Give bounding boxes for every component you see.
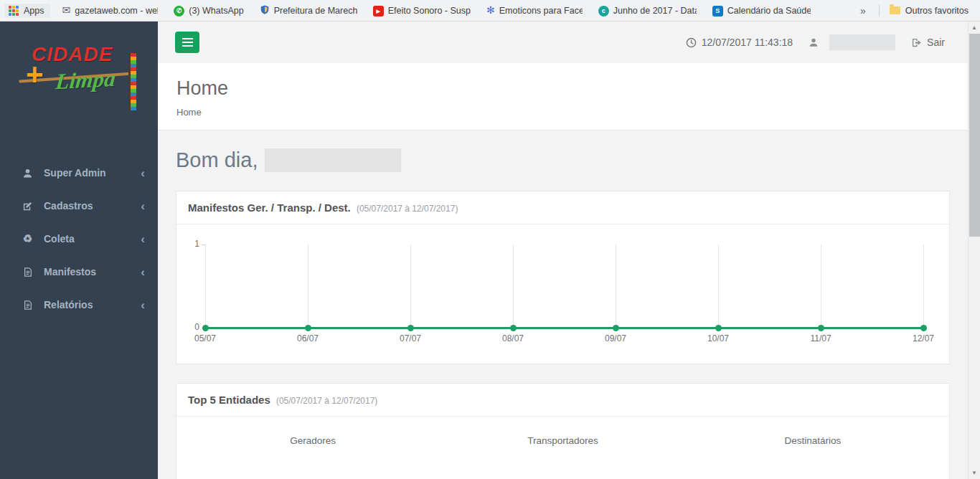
bookmark-label: Emoticons para Faceb — [499, 6, 583, 16]
chevron-left-icon: ‹ — [141, 200, 145, 212]
page-scrollbar[interactable]: ▲ ▼ — [968, 22, 980, 479]
bookmark-list: ✉gazetaweb.com - web✆(3) WhatsAppPrefeit… — [57, 2, 821, 19]
whatsapp-icon: ✆ — [174, 5, 184, 16]
logo-word-limpa: Limpa — [55, 66, 116, 95]
greeting-text: Bom dia, — [176, 148, 258, 171]
scroll-up-arrow[interactable]: ▲ — [969, 22, 980, 34]
sidebar: CIDADE + Limpa Super Admin‹Cadastros‹♻Co… — [0, 22, 158, 479]
other-favorites-button[interactable]: Outros favoritos — [885, 4, 976, 18]
chart-line-segment — [616, 327, 718, 329]
bookmark-label: Calendário da Saúde — [727, 6, 811, 16]
sign-out-icon — [911, 37, 922, 48]
chevron-left-icon: ‹ — [141, 266, 145, 278]
sidebar-item-manifestos[interactable]: Manifestos‹ — [0, 255, 158, 288]
x-axis-tick-label: 05/07 — [182, 333, 228, 343]
clock-icon — [686, 37, 697, 48]
bookmark-calendario-da-saude[interactable]: SCalendário da Saúde — [707, 3, 816, 19]
breadcrumb[interactable]: Home — [176, 107, 949, 118]
sidebar-menu: Super Admin‹Cadastros‹♻Coleta‹Manifestos… — [0, 156, 158, 321]
chart-data-point[interactable] — [818, 325, 824, 331]
x-axis-tick-label: 08/07 — [490, 333, 536, 343]
bookmark-3-whatsapp[interactable]: ✆(3) WhatsApp — [169, 3, 248, 19]
gridline — [308, 245, 308, 328]
top5-panel: Top 5 Entidades (05/07/2017 à 12/07/2017… — [176, 383, 950, 479]
chart-data-point[interactable] — [715, 325, 722, 331]
x-axis-tick-label: 10/07 — [695, 333, 741, 343]
gridline — [205, 245, 206, 328]
manifests-panel-subtitle: (05/07/2017 à 12/07/2017) — [357, 204, 458, 214]
header-datetime: 12/07/2017 11:43:18 — [702, 37, 793, 48]
logo-word-cidade: CIDADE — [32, 43, 113, 66]
sidebar-item-label: Super Admin — [44, 167, 106, 179]
manifests-panel: Manifestos Ger. / Transp. / Dest. (05/07… — [176, 191, 950, 364]
chart-data-point[interactable] — [510, 325, 517, 331]
youtube-icon: ▶ — [373, 5, 384, 16]
manifests-panel-header: Manifestos Ger. / Transp. / Dest. (05/07… — [176, 191, 949, 224]
gridline — [923, 245, 924, 328]
chart-data-point[interactable] — [920, 325, 927, 331]
gridline — [410, 245, 411, 328]
manifests-panel-title: Manifestos Ger. / Transp. / Dest. — [188, 201, 351, 214]
header-right: 12/07/2017 11:43:18 Sair — [686, 34, 945, 50]
bookmark-gazetaweb-com-web[interactable]: ✉gazetaweb.com - web — [57, 3, 164, 18]
chevron-left-icon: ‹ — [141, 233, 145, 245]
other-favorites-label: Outros favoritos — [905, 6, 969, 16]
bookmark-label: Efeito Sonoro - Susp — [388, 6, 471, 16]
bookmark-prefeitura-de-marech[interactable]: Prefeitura de Marech — [255, 2, 362, 19]
top5-panel-title: Top 5 Entidades — [188, 394, 270, 406]
logout-link[interactable]: Sair — [927, 37, 945, 48]
y-axis-tick-label: 1 — [188, 239, 199, 249]
file-icon — [22, 300, 34, 310]
chart-line-segment — [205, 327, 308, 329]
bookmark-efeito-sonoro-susp[interactable]: ▶Efeito Sonoro - Susp — [368, 3, 476, 19]
sidebar-toggle-button[interactable] — [175, 32, 199, 53]
scrollbar-thumb[interactable] — [969, 34, 980, 237]
bookmarks-divider — [879, 4, 880, 16]
envelope-icon: ✉ — [62, 5, 71, 16]
gridline — [513, 245, 514, 328]
app-logo: CIDADE + Limpa — [0, 22, 158, 122]
sidebar-item-label: Cadastros — [44, 200, 93, 212]
bookmark-label: gazetaweb.com - web — [75, 6, 158, 16]
chart-data-point[interactable] — [202, 325, 209, 331]
top-header: 12/07/2017 11:43:18 Sair — [158, 22, 968, 63]
bookmark-label: Prefeitura de Marech — [274, 6, 357, 16]
bookmark-label: Junho de 2017 - Data — [613, 6, 697, 16]
sidebar-item-relatorios[interactable]: Relatórios‹ — [0, 288, 158, 321]
recycle-icon: ♻ — [22, 232, 34, 245]
chart-data-point[interactable] — [407, 325, 414, 331]
chart-line-segment — [821, 327, 923, 329]
greeting-username-redacted-box — [265, 148, 401, 172]
top5-column-geradores: Geradores — [188, 435, 438, 446]
apps-button[interactable]: Apps — [4, 4, 50, 18]
bookmark-emoticons-para-faceb[interactable]: ✻Emoticons para Faceb — [481, 3, 588, 18]
top5-column-destinatarios: Destinatários — [688, 435, 938, 446]
bookmark-junho-de-2017-data[interactable]: cJunho de 2017 - Data — [593, 3, 702, 19]
chart-line-segment — [308, 327, 410, 329]
folder-icon — [890, 6, 900, 14]
page-title: Home — [176, 77, 949, 100]
sidebar-item-super-admin[interactable]: Super Admin‹ — [0, 156, 158, 189]
top5-panel-body: GeradoresTransportadoresDestinatários — [176, 417, 949, 479]
page-heading: Home Home — [158, 63, 968, 131]
flower-icon: ✻ — [486, 5, 495, 16]
bookmarks-overflow-chevron[interactable]: » — [853, 5, 873, 16]
x-axis-tick-label: 09/07 — [593, 333, 639, 343]
scroll-down-arrow[interactable]: ▼ — [969, 467, 980, 479]
sidebar-item-label: Manifestos — [44, 266, 96, 278]
content-area: Bom dia, Manifestos Ger. / Transp. / Des… — [158, 131, 968, 479]
chart-data-point[interactable] — [613, 325, 619, 331]
apps-grid-icon — [9, 6, 19, 16]
top5-panel-header: Top 5 Entidades (05/07/2017 à 12/07/2017… — [176, 384, 949, 417]
sidebar-item-cadastros[interactable]: Cadastros‹ — [0, 189, 158, 222]
sidebar-item-label: Coleta — [44, 233, 75, 245]
chevron-left-icon: ‹ — [141, 167, 145, 179]
app-shell: CIDADE + Limpa Super Admin‹Cadastros‹♻Co… — [0, 22, 980, 479]
gridline — [718, 245, 719, 328]
hamburger-icon — [182, 42, 193, 43]
chart-data-point[interactable] — [305, 325, 311, 331]
file-icon — [22, 267, 34, 278]
sidebar-item-coleta[interactable]: ♻Coleta‹ — [0, 222, 158, 255]
edit-icon — [22, 201, 34, 212]
skype-icon: S — [712, 5, 723, 16]
